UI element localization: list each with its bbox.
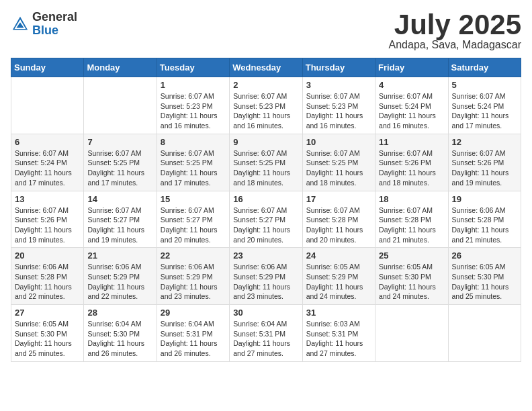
sunrise-text: Sunrise: 6:07 AM <box>379 91 444 101</box>
sunset-text: Sunset: 5:24 PM <box>452 101 517 111</box>
sunrise-text: Sunrise: 6:07 AM <box>379 205 444 216</box>
logo: General Blue <box>11 11 77 38</box>
day-number: 31 <box>306 308 371 318</box>
sunrise-text: Sunrise: 6:07 AM <box>306 205 371 216</box>
daylight-text: Daylight: 11 hours and 17 minutes. <box>161 168 226 187</box>
day-detail: Sunrise: 6:03 AMSunset: 5:31 PMDaylight:… <box>306 319 371 359</box>
day-cell-19: 19Sunrise: 6:06 AMSunset: 5:28 PMDayligh… <box>448 191 521 248</box>
daylight-text: Daylight: 11 hours and 23 minutes. <box>233 282 298 302</box>
sunset-text: Sunset: 5:27 PM <box>233 215 298 225</box>
day-number: 20 <box>15 250 80 261</box>
day-detail: Sunrise: 6:05 AMSunset: 5:30 PMDaylight:… <box>15 319 80 359</box>
sunrise-text: Sunrise: 6:07 AM <box>306 148 371 158</box>
day-detail: Sunrise: 6:05 AMSunset: 5:30 PMDaylight:… <box>452 262 517 302</box>
sunset-text: Sunset: 5:25 PM <box>161 158 226 168</box>
empty-cell <box>448 305 521 362</box>
day-detail: Sunrise: 6:04 AMSunset: 5:30 PMDaylight:… <box>87 319 152 359</box>
sunset-text: Sunset: 5:28 PM <box>452 215 517 225</box>
daylight-text: Daylight: 11 hours and 16 minutes. <box>233 111 298 130</box>
sunset-text: Sunset: 5:27 PM <box>161 215 226 225</box>
day-cell-1: 1Sunrise: 6:07 AMSunset: 5:23 PMDaylight… <box>157 77 229 134</box>
day-detail: Sunrise: 6:06 AMSunset: 5:29 PMDaylight:… <box>87 262 152 302</box>
sunrise-text: Sunrise: 6:05 AM <box>452 262 517 272</box>
day-number: 12 <box>452 137 517 147</box>
sunrise-text: Sunrise: 6:07 AM <box>452 91 517 101</box>
weekday-header-saturday: Saturday <box>448 58 521 77</box>
week-row-4: 20Sunrise: 6:06 AMSunset: 5:28 PMDayligh… <box>11 248 521 305</box>
day-cell-9: 9Sunrise: 6:07 AMSunset: 5:25 PMDaylight… <box>230 134 302 191</box>
day-number: 14 <box>87 194 152 204</box>
day-number: 9 <box>233 137 298 147</box>
sunrise-text: Sunrise: 6:04 AM <box>87 319 152 329</box>
day-cell-24: 24Sunrise: 6:05 AMSunset: 5:29 PMDayligh… <box>302 248 375 305</box>
page-header: General Blue July 2025 Andapa, Sava, Mad… <box>11 11 521 51</box>
weekday-header-thursday: Thursday <box>302 58 375 77</box>
sunrise-text: Sunrise: 6:03 AM <box>306 319 371 329</box>
sunrise-text: Sunrise: 6:05 AM <box>15 319 80 329</box>
sunset-text: Sunset: 5:30 PM <box>379 272 444 282</box>
sunset-text: Sunset: 5:31 PM <box>233 329 298 339</box>
sunset-text: Sunset: 5:28 PM <box>306 215 371 225</box>
day-detail: Sunrise: 6:06 AMSunset: 5:28 PMDaylight:… <box>15 262 80 302</box>
day-cell-18: 18Sunrise: 6:07 AMSunset: 5:28 PMDayligh… <box>375 191 448 248</box>
sunset-text: Sunset: 5:30 PM <box>87 329 152 339</box>
sunset-text: Sunset: 5:25 PM <box>233 158 298 168</box>
day-cell-6: 6Sunrise: 6:07 AMSunset: 5:24 PMDaylight… <box>11 134 84 191</box>
day-cell-17: 17Sunrise: 6:07 AMSunset: 5:28 PMDayligh… <box>302 191 375 248</box>
day-cell-8: 8Sunrise: 6:07 AMSunset: 5:25 PMDaylight… <box>157 134 229 191</box>
daylight-text: Daylight: 11 hours and 22 minutes. <box>15 282 80 302</box>
sunrise-text: Sunrise: 6:07 AM <box>233 205 298 216</box>
sunrise-text: Sunrise: 6:07 AM <box>161 148 226 158</box>
daylight-text: Daylight: 11 hours and 27 minutes. <box>233 338 298 358</box>
week-row-1: 1Sunrise: 6:07 AMSunset: 5:23 PMDaylight… <box>11 77 521 134</box>
sunrise-text: Sunrise: 6:07 AM <box>87 148 152 158</box>
sunset-text: Sunset: 5:29 PM <box>161 272 226 282</box>
day-detail: Sunrise: 6:07 AMSunset: 5:23 PMDaylight:… <box>161 91 226 131</box>
daylight-text: Daylight: 11 hours and 25 minutes. <box>452 282 517 302</box>
sunrise-text: Sunrise: 6:07 AM <box>306 91 371 101</box>
day-detail: Sunrise: 6:07 AMSunset: 5:28 PMDaylight:… <box>306 205 371 245</box>
weekday-header-monday: Monday <box>84 58 157 77</box>
day-cell-7: 7Sunrise: 6:07 AMSunset: 5:25 PMDaylight… <box>84 134 157 191</box>
day-cell-3: 3Sunrise: 6:07 AMSunset: 5:23 PMDaylight… <box>302 77 375 134</box>
day-number: 22 <box>161 250 226 261</box>
day-cell-28: 28Sunrise: 6:04 AMSunset: 5:30 PMDayligh… <box>84 305 157 362</box>
day-number: 16 <box>233 194 298 204</box>
sunset-text: Sunset: 5:23 PM <box>161 101 226 111</box>
week-row-3: 13Sunrise: 6:07 AMSunset: 5:26 PMDayligh… <box>11 191 521 248</box>
daylight-text: Daylight: 11 hours and 22 minutes. <box>87 282 152 302</box>
day-cell-23: 23Sunrise: 6:06 AMSunset: 5:29 PMDayligh… <box>230 248 302 305</box>
day-detail: Sunrise: 6:07 AMSunset: 5:26 PMDaylight:… <box>379 148 444 188</box>
sunrise-text: Sunrise: 6:04 AM <box>161 319 226 329</box>
sunset-text: Sunset: 5:31 PM <box>306 329 371 339</box>
sunrise-text: Sunrise: 6:06 AM <box>161 262 226 272</box>
sunset-text: Sunset: 5:26 PM <box>15 215 80 225</box>
day-detail: Sunrise: 6:04 AMSunset: 5:31 PMDaylight:… <box>161 319 226 359</box>
day-cell-16: 16Sunrise: 6:07 AMSunset: 5:27 PMDayligh… <box>230 191 302 248</box>
daylight-text: Daylight: 11 hours and 18 minutes. <box>379 168 444 187</box>
day-cell-27: 27Sunrise: 6:05 AMSunset: 5:30 PMDayligh… <box>11 305 84 362</box>
daylight-text: Daylight: 11 hours and 18 minutes. <box>233 168 298 187</box>
daylight-text: Daylight: 11 hours and 19 minutes. <box>87 225 152 244</box>
weekday-header-wednesday: Wednesday <box>230 58 302 77</box>
sunset-text: Sunset: 5:28 PM <box>15 272 80 282</box>
day-number: 7 <box>87 137 152 147</box>
day-detail: Sunrise: 6:07 AMSunset: 5:24 PMDaylight:… <box>15 148 80 188</box>
calendar: SundayMondayTuesdayWednesdayThursdayFrid… <box>11 58 521 362</box>
sunset-text: Sunset: 5:31 PM <box>161 329 226 339</box>
sunrise-text: Sunrise: 6:07 AM <box>379 148 444 158</box>
title-block: July 2025 Andapa, Sava, Madagascar <box>389 11 521 51</box>
day-number: 11 <box>379 137 444 147</box>
daylight-text: Daylight: 11 hours and 17 minutes. <box>87 168 152 187</box>
daylight-text: Daylight: 11 hours and 19 minutes. <box>452 168 517 187</box>
daylight-text: Daylight: 11 hours and 25 minutes. <box>15 338 80 358</box>
day-number: 25 <box>379 250 444 261</box>
day-detail: Sunrise: 6:06 AMSunset: 5:29 PMDaylight:… <box>233 262 298 302</box>
month-title: July 2025 <box>389 11 521 39</box>
sunset-text: Sunset: 5:25 PM <box>87 158 152 168</box>
sunset-text: Sunset: 5:29 PM <box>233 272 298 282</box>
day-number: 27 <box>15 308 80 318</box>
day-cell-5: 5Sunrise: 6:07 AMSunset: 5:24 PMDaylight… <box>448 77 521 134</box>
day-detail: Sunrise: 6:04 AMSunset: 5:31 PMDaylight:… <box>233 319 298 359</box>
daylight-text: Daylight: 11 hours and 27 minutes. <box>306 338 371 358</box>
